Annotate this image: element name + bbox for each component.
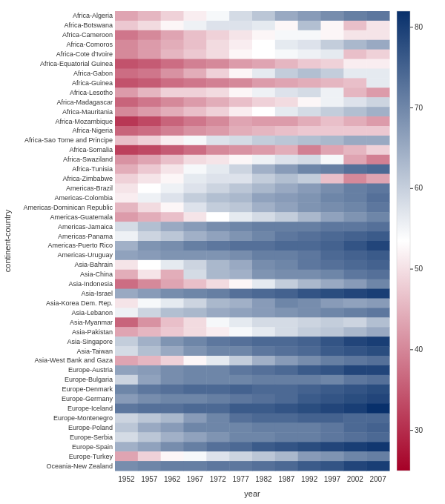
chart-container: continent-country year xyxy=(0,0,445,504)
heatmap-canvas xyxy=(0,0,445,504)
